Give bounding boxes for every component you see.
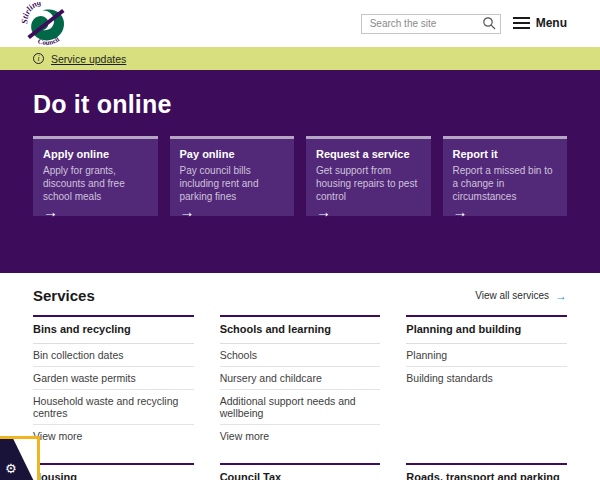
card-description: Apply for grants, discounts and free sch… [43,164,148,204]
column-heading: Bins and recycling [33,315,194,344]
arrow-right-icon: → [555,290,567,302]
service-updates-link[interactable]: Service updates [51,53,126,65]
service-link[interactable]: Bin collection dates [33,344,194,367]
site-header: Stirling Council Menu [0,0,600,47]
header-actions: Menu [361,13,567,34]
service-updates-bar: i Service updates [0,47,600,70]
hero-section: Do it online Apply online Apply for gran… [0,70,600,273]
services-section: Services View all services → Bins and re… [0,273,600,480]
arrow-right-icon[interactable]: → [43,204,148,219]
service-link[interactable]: Building standards [406,367,567,389]
service-link[interactable]: Planning [406,344,567,367]
card-report-it[interactable]: Report it Report a missed bin to a chang… [443,136,568,216]
column-heading: Housing [33,463,194,480]
service-link[interactable]: Additional support needs and wellbeing [220,390,381,425]
arrow-right-icon[interactable]: → [316,204,421,219]
card-description: Pay council bills including rent and par… [180,164,285,204]
gear-icon: ⚙ [5,462,17,475]
column-heading: Planning and building [406,315,567,344]
services-grid-row-2: Housing Council Tax Roads, transport and… [33,463,567,480]
view-all-services-link[interactable]: View all services → [475,290,567,302]
stirling-council-logo[interactable]: Stirling Council [21,2,73,46]
search-icon[interactable] [482,16,496,30]
column-housing: Housing [33,463,194,480]
hero-card-row: Apply online Apply for grants, discounts… [33,136,567,216]
column-roads-transport-parking: Roads, transport and parking [406,463,567,480]
view-more-link[interactable]: View more [33,425,194,447]
menu-label: Menu [536,16,567,30]
info-icon: i [33,53,44,64]
column-planning-and-building: Planning and building Planning Building … [406,315,567,447]
card-title: Pay online [180,148,285,160]
column-heading: Schools and learning [220,315,381,344]
column-bins-and-recycling: Bins and recycling Bin collection dates … [33,315,194,447]
view-more-link[interactable]: View more [220,425,381,447]
card-pay-online[interactable]: Pay online Pay council bills including r… [170,136,295,216]
services-heading: Services [33,287,95,304]
arrow-right-icon[interactable]: → [453,204,558,219]
services-grid-row-1: Bins and recycling Bin collection dates … [33,315,567,447]
menu-button[interactable]: Menu [513,16,567,30]
column-schools-and-learning: Schools and learning Schools Nursery and… [220,315,381,447]
service-link[interactable]: Schools [220,344,381,367]
column-heading: Council Tax [220,463,381,480]
card-title: Report it [453,148,558,160]
card-description: Get support from housing repairs to pest… [316,164,421,204]
hamburger-icon [513,17,530,29]
page-title: Do it online [33,90,567,119]
column-heading: Roads, transport and parking [406,463,567,480]
card-request-a-service[interactable]: Request a service Get support from housi… [306,136,431,216]
column-council-tax: Council Tax [220,463,381,480]
card-title: Apply online [43,148,148,160]
service-link[interactable]: Household waste and recycling centres [33,390,194,425]
card-description: Report a missed bin to a change in circu… [453,164,558,204]
view-all-label: View all services [475,290,549,301]
search-input[interactable] [361,14,501,34]
service-link[interactable]: Garden waste permits [33,367,194,390]
service-link[interactable]: Nursery and childcare [220,367,381,390]
site-search [361,13,501,34]
card-apply-online[interactable]: Apply online Apply for grants, discounts… [33,136,158,216]
accessibility-widget-button[interactable]: ⚙ [0,436,40,480]
arrow-right-icon[interactable]: → [180,204,285,219]
card-title: Request a service [316,148,421,160]
